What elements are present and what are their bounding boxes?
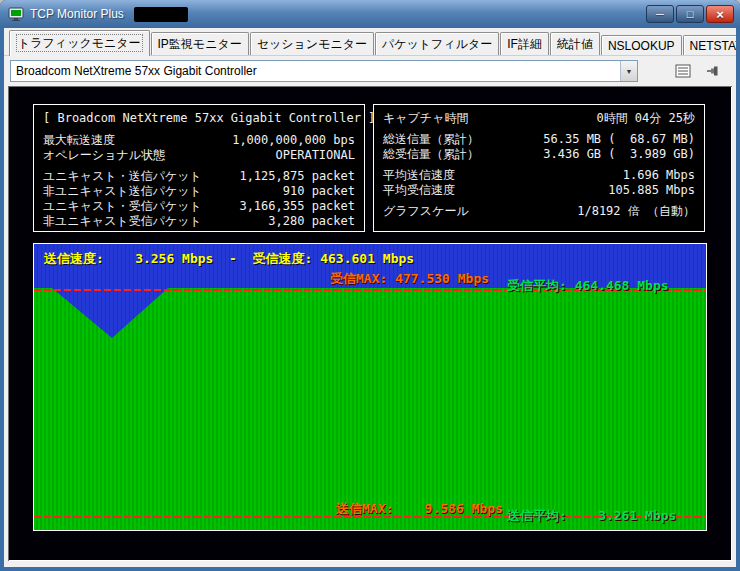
info-row: 総受信量（累計） 3.436 GB ( 3.989 GB) — [383, 147, 695, 162]
info-value: 3.436 GB ( 3.989 GB) — [543, 147, 695, 162]
info-value: 105.885 Mbps — [608, 183, 695, 198]
info-value: 1,125,875 packet — [239, 169, 355, 184]
app-window: TCP Monitor Plus ─ □ × トラフィックモニター IP監視モニ… — [0, 0, 740, 571]
window-title: TCP Monitor Plus — [30, 7, 124, 21]
info-row: 最大転送速度 1,000,000,000 bps — [43, 133, 355, 148]
graph-header: 送信速度: 3.256 Mbps - 受信速度: 463.601 Mbps — [44, 250, 414, 268]
adapter-info-title: [ Broadcom NetXtreme 57xx Gigabit Contro… — [43, 111, 355, 126]
recv-avg-label: 受信平均: 464.468 Mbps — [507, 277, 669, 295]
info-row: 平均送信速度 1.696 Mbps — [383, 168, 695, 183]
info-row: 総送信量（累計） 56.35 MB ( 68.67 MB) — [383, 132, 695, 147]
info-value: 3,280 packet — [268, 214, 355, 229]
info-label: グラフスケール — [383, 204, 469, 219]
info-label: オペレーショナル状態 — [43, 148, 165, 163]
info-label: ユニキャスト・受信パケット — [43, 199, 202, 214]
info-value: 1/8192 倍 （自動） — [577, 204, 695, 219]
minimize-icon: ─ — [656, 9, 664, 20]
adapter-toolbar: Broadcom NetXtreme 57xx Gigabit Controll… — [4, 56, 736, 86]
received-traffic-area — [34, 288, 706, 530]
redacted-area — [134, 7, 188, 22]
titlebar[interactable]: TCP Monitor Plus ─ □ × — [0, 0, 740, 28]
interface-list-icon — [675, 64, 691, 78]
info-label: 非ユニキャスト送信パケット — [43, 184, 202, 199]
main-panel: [ Broadcom NetXtreme 57xx Gigabit Contro… — [8, 86, 732, 561]
tab-session-monitor[interactable]: セッションモニター — [250, 32, 374, 55]
tab-statistics[interactable]: 統計値 — [550, 32, 600, 55]
tab-ip-monitor[interactable]: IP監視モニター — [151, 32, 249, 55]
info-row: 非ユニキャスト送信パケット 910 packet — [43, 184, 355, 199]
close-icon: × — [716, 8, 724, 21]
close-button[interactable]: × — [706, 5, 734, 23]
send-max-label: 送信MAX: 9.586 Mbps — [336, 500, 503, 518]
tab-nslookup[interactable]: NSLOOKUP — [601, 35, 682, 55]
info-label: 平均受信速度 — [383, 183, 455, 198]
client-area: トラフィックモニター IP監視モニター セッションモニター パケットフィルター … — [4, 28, 736, 567]
pin-button[interactable] — [702, 61, 724, 81]
info-label: 総送信量（累計） — [383, 132, 479, 147]
info-value: 910 packet — [283, 184, 355, 199]
info-row: グラフスケール 1/8192 倍 （自動） — [383, 204, 695, 219]
traffic-graph-panel: 送信速度: 3.256 Mbps - 受信速度: 463.601 Mbps 受信… — [33, 243, 707, 531]
minimize-button[interactable]: ─ — [646, 5, 674, 23]
info-value: 0時間 04分 25秒 — [596, 111, 695, 126]
pin-icon — [706, 64, 720, 78]
toolbar-buttons — [672, 61, 728, 81]
adapter-combobox[interactable]: Broadcom NetXtreme 57xx Gigabit Controll… — [10, 60, 638, 82]
info-row: オペレーショナル状態 OPERATIONAL — [43, 148, 355, 163]
info-label: ユニキャスト・送信パケット — [43, 169, 202, 184]
info-value: 1.696 Mbps — [623, 168, 695, 183]
info-value: 1,000,000,000 bps — [232, 133, 355, 148]
adapter-combobox-value: Broadcom NetXtreme 57xx Gigabit Controll… — [11, 61, 620, 81]
info-label: 最大転送速度 — [43, 133, 115, 148]
info-row: ユニキャスト・受信パケット 3,166,355 packet — [43, 199, 355, 214]
info-value: 56.35 MB ( 68.67 MB) — [543, 132, 695, 147]
chevron-down-icon[interactable]: ▼ — [620, 61, 637, 81]
app-icon — [8, 6, 24, 22]
info-label: キャプチャ時間 — [383, 111, 468, 126]
window-controls: ─ □ × — [646, 5, 734, 23]
traffic-area-chart — [34, 288, 706, 530]
send-avg-label: 送信平均: 3.261 Mbps — [507, 507, 676, 525]
maximize-icon: □ — [687, 9, 694, 20]
tab-if-detail[interactable]: IF詳細 — [500, 32, 549, 55]
info-row: 非ユニキャスト受信パケット 3,280 packet — [43, 214, 355, 229]
info-value: 3,166,355 packet — [239, 199, 355, 214]
tab-bar: トラフィックモニター IP監視モニター セッションモニター パケットフィルター … — [4, 28, 736, 56]
maximize-button[interactable]: □ — [676, 5, 704, 23]
interface-list-button[interactable] — [672, 61, 694, 81]
recv-max-label: 受信MAX: 477.530 Mbps — [330, 270, 489, 288]
tab-traffic-monitor[interactable]: トラフィックモニター — [9, 30, 150, 56]
info-label: 平均送信速度 — [383, 168, 455, 183]
info-row: 平均受信速度 105.885 Mbps — [383, 183, 695, 198]
tab-netstat[interactable]: NETSTAT — [683, 35, 736, 55]
info-label: 総受信量（累計） — [383, 147, 479, 162]
info-label: 非ユニキャスト受信パケット — [43, 214, 202, 229]
adapter-info-panel: [ Broadcom NetXtreme 57xx Gigabit Contro… — [33, 104, 365, 232]
info-row: ユニキャスト・送信パケット 1,125,875 packet — [43, 169, 355, 184]
tab-packet-filter[interactable]: パケットフィルター — [375, 32, 499, 55]
info-row: キャプチャ時間 0時間 04分 25秒 — [383, 111, 695, 126]
capture-info-panel: キャプチャ時間 0時間 04分 25秒 総送信量（累計） 56.35 MB ( … — [373, 104, 705, 232]
info-value: OPERATIONAL — [276, 148, 355, 163]
